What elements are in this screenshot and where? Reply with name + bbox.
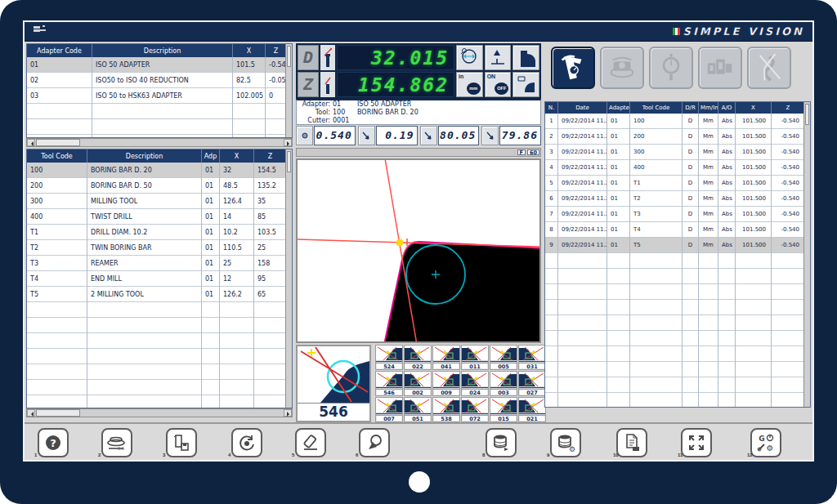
monitor-power-button[interactable] bbox=[409, 471, 430, 493]
table-row[interactable]: 509/22/2014 11.2001T1DMmAbs101.500-0.540 bbox=[545, 176, 810, 191]
column-header[interactable]: Z bbox=[254, 149, 287, 163]
table-row[interactable]: 909/22/2014 11.2001T5DMmAbs101.500-0.540 bbox=[545, 238, 810, 253]
vertical-scrollbar[interactable] bbox=[803, 102, 810, 407]
table-row[interactable]: 109/22/2014 11.2001100DMmAbs101.500-0.54… bbox=[545, 114, 810, 129]
print-report-button[interactable]: 10 bbox=[616, 428, 647, 457]
caliper-mode-button[interactable] bbox=[551, 47, 595, 89]
shape-thumbnail[interactable]: 007 bbox=[375, 397, 403, 422]
column-header[interactable]: X bbox=[736, 102, 772, 114]
database-export-button[interactable]: 8 bbox=[486, 428, 517, 457]
quadrant-button[interactable] bbox=[512, 72, 539, 97]
adapter-table[interactable]: Adapter CodeDescriptionXZ01ISO 50 ADAPTE… bbox=[26, 43, 293, 138]
scroll-right-icon[interactable] bbox=[284, 139, 292, 146]
column-header[interactable]: Tool Code bbox=[630, 102, 683, 114]
table-row[interactable]: 03ISO 50 to HSK63 ADAPTER102.0050 bbox=[27, 88, 292, 104]
database-settings-button[interactable]: ⚙ 9 bbox=[550, 428, 581, 457]
scroll-right-icon[interactable] bbox=[284, 409, 292, 417]
shape-thumbnail[interactable]: 011 bbox=[461, 345, 489, 370]
table-row[interactable]: 300MILLING TOOL01126.435 bbox=[27, 194, 292, 209]
rotary-table-mode-button[interactable] bbox=[600, 47, 644, 89]
table-row[interactable]: T3REAMER0125158 bbox=[27, 256, 292, 271]
tool-table[interactable]: Tool CodeDescriptionAdpXZ100BORING BAR D… bbox=[26, 149, 293, 408]
exit-setup-button[interactable]: G⚙ 12 bbox=[750, 428, 781, 457]
column-header[interactable]: A/O bbox=[718, 102, 736, 114]
no-lines-mode-button[interactable] bbox=[747, 47, 791, 89]
dial-indicator-mode-button[interactable] bbox=[649, 47, 693, 89]
column-header[interactable]: Z bbox=[772, 102, 805, 114]
measure-tool-button[interactable]: 6 bbox=[359, 428, 390, 457]
shape-thumbnail[interactable]: 041 bbox=[432, 345, 460, 370]
column-header[interactable]: Adapter Code bbox=[27, 44, 92, 57]
table-row[interactable]: 100BORING BAR D. 200132154.5 bbox=[27, 163, 292, 178]
scroll-thumb[interactable] bbox=[287, 151, 291, 172]
shape-thumbnail[interactable]: 524 bbox=[375, 345, 403, 370]
column-header[interactable]: Adapter bbox=[607, 102, 630, 114]
table-row[interactable]: T4END MILL011295 bbox=[27, 271, 292, 287]
scroll-thumb[interactable] bbox=[287, 46, 291, 67]
column-header[interactable]: Date bbox=[558, 102, 607, 114]
column-header[interactable]: Mm/In bbox=[699, 102, 718, 114]
table-row[interactable]: 609/22/2014 11.2001T2DMmAbs101.500-0.540 bbox=[545, 191, 810, 207]
camera-view[interactable] bbox=[296, 158, 541, 343]
presetter-zero-button[interactable]: 0.0 2 bbox=[101, 428, 132, 457]
scroll-thumb[interactable] bbox=[36, 409, 80, 417]
machine-mode-button[interactable] bbox=[698, 47, 742, 89]
erase-button[interactable]: 5 bbox=[295, 428, 326, 457]
shape-thumbnail[interactable]: 015 bbox=[490, 397, 517, 422]
shape-thumbnail[interactable]: 051 bbox=[404, 397, 432, 422]
table-row[interactable]: 400TWIST DRILL011485 bbox=[27, 209, 292, 225]
shape-thumbnail[interactable]: 538 bbox=[432, 397, 460, 422]
table-row[interactable]: 409/22/2014 11.2001400DMmAbs101.500-0.54… bbox=[545, 160, 810, 176]
selected-shape-preview[interactable]: 546 bbox=[296, 345, 371, 422]
shape-thumbnail[interactable]: 009 bbox=[432, 371, 460, 396]
inch-mm-toggle-button[interactable]: in mm bbox=[456, 72, 483, 97]
scroll-thumb[interactable] bbox=[36, 139, 80, 146]
shape-thumbnail[interactable]: 002 bbox=[404, 371, 432, 396]
table-row[interactable]: 809/22/2014 11.2001T4DMmAbs101.500-0.540 bbox=[545, 222, 810, 238]
shape-thumbnail[interactable]: 024 bbox=[461, 371, 489, 396]
history-table[interactable]: N.DateAdapterTool CodeD/RMm/InA/OXZ109/2… bbox=[544, 101, 811, 408]
perpendicular-mode-button[interactable] bbox=[485, 45, 512, 70]
shape-thumbnail[interactable]: 003 bbox=[490, 371, 517, 396]
column-header[interactable]: Description bbox=[87, 149, 202, 163]
table-row[interactable]: 02ISO50 to ISO 40 REDUCTION82.5-0.051 bbox=[27, 73, 292, 88]
table-row[interactable]: 709/22/2014 11.2001T3DMmAbs101.500-0.540 bbox=[545, 207, 810, 222]
diameter-mode-button[interactable] bbox=[456, 45, 483, 70]
adapter-table-hscrollbar[interactable] bbox=[26, 138, 293, 147]
probe-corner-button[interactable] bbox=[358, 126, 375, 145]
column-header[interactable]: Tool Code bbox=[27, 149, 87, 163]
column-header[interactable]: N. bbox=[545, 102, 558, 114]
probe-corner-button[interactable] bbox=[481, 126, 499, 145]
on-off-toggle-button[interactable]: ON OFF bbox=[485, 72, 512, 97]
table-row[interactable]: 209/22/2014 11.2001200DMmAbs101.500-0.54… bbox=[545, 129, 810, 145]
scroll-left-icon[interactable] bbox=[27, 409, 35, 417]
shape-thumbnail[interactable]: 005 bbox=[490, 345, 517, 370]
column-header[interactable]: X bbox=[220, 149, 254, 163]
tool-table-hscrollbar[interactable] bbox=[26, 408, 293, 417]
scroll-thumb[interactable] bbox=[805, 104, 809, 125]
rotate-tool-button[interactable]: 4 bbox=[231, 428, 262, 457]
corner-shape-button[interactable] bbox=[512, 45, 539, 70]
table-row[interactable]: 309/22/2014 11.2001300DMmAbs101.500-0.54… bbox=[545, 145, 810, 160]
table-row[interactable]: 200BORING BAR D. 500148.5135.2 bbox=[27, 178, 292, 194]
column-header[interactable]: D/R bbox=[683, 102, 699, 114]
probe-corner-button[interactable] bbox=[420, 126, 437, 145]
vertical-scrollbar[interactable] bbox=[285, 44, 292, 137]
column-header[interactable]: Description bbox=[92, 44, 233, 57]
fullscreen-button[interactable]: 11 bbox=[681, 428, 712, 457]
column-header[interactable]: Z bbox=[266, 44, 287, 57]
save-tool-button[interactable]: 3 bbox=[166, 428, 197, 457]
table-row[interactable]: 01ISO 50 ADAPTER101.5-0.54 bbox=[27, 57, 292, 73]
shape-thumbnail[interactable]: 022 bbox=[404, 345, 432, 370]
shape-thumbnail[interactable]: 021 bbox=[518, 397, 546, 422]
table-row[interactable]: T1DRILL DIAM. 10.20110.2103.5 bbox=[27, 225, 292, 240]
probe-point-button[interactable] bbox=[296, 126, 313, 145]
table-row[interactable]: T52 MILLING TOOL01126.265 bbox=[27, 287, 292, 302]
shape-thumbnail[interactable]: 027 bbox=[518, 371, 546, 396]
column-header[interactable]: X bbox=[233, 44, 266, 57]
shape-thumbnail[interactable]: 546 bbox=[375, 371, 403, 396]
shape-thumbnail[interactable]: 031 bbox=[518, 345, 546, 370]
column-header[interactable]: Adp bbox=[202, 149, 220, 163]
help-button[interactable]: ? 1 bbox=[38, 428, 69, 457]
scroll-left-icon[interactable] bbox=[27, 139, 35, 146]
